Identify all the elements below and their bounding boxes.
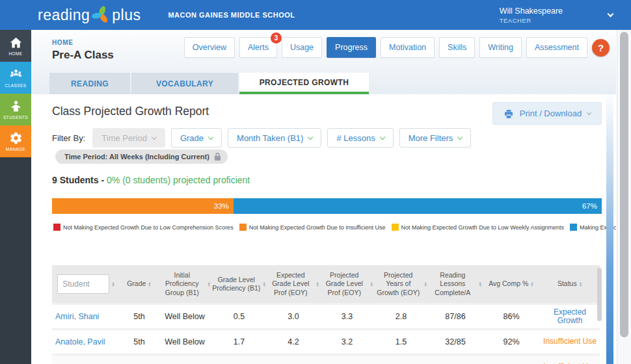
sort-icon[interactable]: ▲▼	[208, 281, 211, 287]
cell-lessons: 32/85	[428, 337, 483, 346]
cell-avg-comp: 86%	[483, 312, 540, 321]
column-label: Grade	[127, 280, 146, 288]
filter-grade[interactable]: Grade	[171, 128, 222, 148]
filter-lessons[interactable]: # Lessons	[327, 128, 393, 148]
legend-swatch-blue	[570, 224, 577, 231]
bar-segment-expected-growth: 67%	[234, 198, 602, 214]
chevron-down-icon	[457, 134, 463, 139]
column-label: Initial Proficiency Group (B1)	[159, 271, 206, 296]
user-name: Will Shakespeare	[500, 6, 563, 16]
print-download-button[interactable]: Print / Download	[492, 102, 602, 125]
projected-growth-bar: 33% 67%	[52, 198, 602, 214]
active-filter-chip[interactable]: Time Period: All Weeks (Including Curren…	[55, 150, 228, 164]
cell-projected-gl: 3.3	[320, 312, 374, 321]
bar-segment-insufficient-use: 33%	[52, 198, 234, 214]
table-row: Amiri, Shani 5th Well Below 0.5 3.0 3.3 …	[52, 305, 600, 328]
sidebar-item-students[interactable]: STUDENTS	[0, 94, 31, 125]
column-grade-level-proficiency: Grade Level Proficiency (B1)▲▼	[211, 265, 267, 303]
report-nav-tabs: Overview Alerts3 Usage Progress Motivati…	[184, 37, 610, 58]
sort-icon[interactable]: ▲▼	[479, 281, 482, 287]
sort-icon[interactable]: ▲▼	[148, 281, 151, 287]
tab-alerts[interactable]: Alerts3	[239, 37, 277, 58]
breadcrumb-home-link[interactable]: HOME	[52, 39, 114, 46]
logo-text-plus: plus	[112, 6, 141, 24]
cell-expected-gl: 4.2	[267, 337, 320, 346]
classes-icon	[9, 68, 23, 81]
filter-time-period[interactable]: Time Period	[92, 128, 165, 148]
report-panel: Class Projected Growth Report Print / Do…	[31, 94, 616, 364]
filter-label: Grade	[180, 133, 204, 143]
filter-more-filters[interactable]: More Filters	[399, 128, 472, 148]
sort-icon[interactable]: ▲▼	[111, 281, 114, 287]
status-badge: Insufficient Use	[540, 337, 600, 346]
legend-item: Not Making Expected Growth Due to Insuff…	[239, 224, 386, 231]
column-initial-proficiency-group: Initial Proficiency Group (B1)▲▼	[158, 265, 211, 303]
cell-gl-prof-b1: 0.5	[211, 312, 267, 321]
help-button[interactable]: ?	[592, 39, 610, 57]
summary-proficient: 0% (0 students) projected proficient	[107, 175, 250, 185]
bar-segment-value: 67%	[582, 202, 602, 210]
app-root: reading plus MACON GAINES MIDDLE SCHOOL …	[0, 0, 631, 364]
sidebar: HOME CLASSES STUDENTS MANAGE	[0, 30, 31, 364]
user-menu[interactable]: Will Shakespeare TEACHER	[500, 0, 613, 30]
filter-month-taken[interactable]: Month Taken (B1)	[228, 128, 321, 148]
logo-text-reading: reading	[38, 6, 90, 24]
sort-icon[interactable]: ▲▼	[263, 281, 266, 287]
tab-skills[interactable]: Skills	[439, 37, 475, 58]
table-row: Anatole, Pavil 5th Well Below 1.7 4.2 3.…	[52, 330, 600, 354]
tab-usage[interactable]: Usage	[282, 37, 322, 58]
sidebar-item-home[interactable]: HOME	[0, 30, 31, 62]
page-scrollbar[interactable]	[617, 30, 631, 364]
sort-icon[interactable]: ▲▼	[579, 281, 582, 287]
student-search-input[interactable]	[57, 274, 109, 294]
subtab-projected-growth[interactable]: PROJECTED GROWTH	[239, 73, 369, 94]
reading-plus-logo[interactable]: reading plus	[38, 5, 141, 25]
table-scrollbar-thumb[interactable]	[597, 268, 602, 321]
user-role: TEACHER	[500, 17, 563, 24]
cell-projected-gl: 3.2	[320, 337, 374, 346]
sidebar-item-label: MANAGE	[6, 147, 26, 151]
column-status: Status▲▼	[540, 265, 600, 303]
manage-gear-icon	[9, 131, 23, 145]
student-name-link[interactable]: Anatole, Pavil	[52, 337, 120, 346]
alerts-badge: 3	[271, 32, 282, 44]
column-label: Status	[557, 280, 577, 288]
page-scrollbar-thumb[interactable]	[620, 32, 628, 337]
tab-writing[interactable]: Writing	[479, 37, 522, 58]
column-label: Expected Grade Level Prof (EOY)	[267, 271, 314, 296]
legend-swatch-orange	[239, 224, 247, 231]
column-projected-years-growth: Projected Years of Growth (EOY)▲▼	[374, 265, 428, 303]
sort-icon[interactable]: ▲▼	[530, 281, 533, 287]
tab-assessment[interactable]: Assessment	[526, 37, 587, 58]
tab-progress[interactable]: Progress	[327, 37, 376, 58]
sort-icon[interactable]: ▲▼	[424, 281, 427, 287]
growth-legend: Not Making Expected Growth Due to Low Co…	[53, 224, 616, 231]
subtab-reading[interactable]: READING	[49, 73, 130, 94]
table-header-row: ▲▼ Grade▲▼ Initial Proficiency Group (B1…	[52, 265, 600, 303]
student-name-link[interactable]: Amiri, Shani	[52, 312, 120, 321]
sidebar-item-manage[interactable]: MANAGE	[0, 125, 31, 157]
breadcrumb: HOME Pre-A Class	[52, 39, 114, 62]
chevron-down-icon	[308, 134, 313, 139]
filter-bar: Filter By: Time Period Grade Month Taken…	[52, 128, 471, 148]
tab-overview[interactable]: Overview	[184, 37, 235, 58]
print-download-label: Print / Download	[520, 109, 582, 118]
legend-swatch-red	[53, 224, 60, 231]
report-subtabs: READING VOCABULARY PROJECTED GROWTH	[49, 73, 369, 94]
printer-icon	[503, 109, 514, 119]
sidebar-item-classes[interactable]: CLASSES	[0, 62, 31, 94]
school-name: MACON GAINES MIDDLE SCHOOL	[168, 11, 295, 19]
status-badge: Expected Growth	[540, 308, 600, 325]
subtab-vocabulary[interactable]: VOCABULARY	[131, 73, 238, 94]
tab-motivation[interactable]: Motivation	[381, 37, 435, 58]
legend-label: Not Making Expected Growth Due to Low We…	[401, 224, 564, 231]
page-title: Pre-A Class	[52, 49, 114, 62]
students-icon	[9, 99, 23, 113]
column-projected-grade-level: Projected Grade Level Prof (EOY)▲▼	[320, 265, 374, 303]
top-header: reading plus MACON GAINES MIDDLE SCHOOL …	[0, 0, 631, 30]
sort-icon[interactable]: ▲▼	[316, 281, 319, 287]
cell-grade: 5th	[120, 337, 158, 346]
cell-avg-comp: 92%	[483, 337, 540, 346]
sort-icon[interactable]: ▲▼	[370, 281, 373, 287]
content-edge-gradient	[606, 90, 613, 364]
